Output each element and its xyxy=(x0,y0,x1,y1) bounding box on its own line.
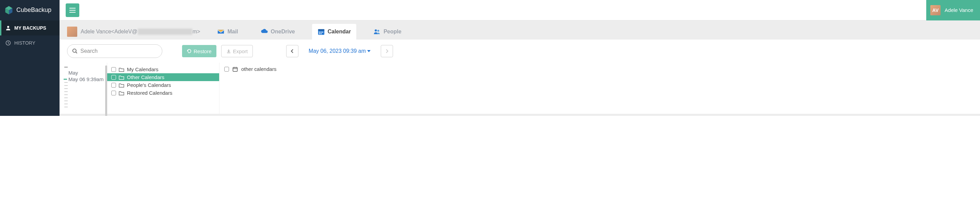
search-input[interactable] xyxy=(80,48,157,54)
export-label: Export xyxy=(233,48,248,54)
user-avatar: AV xyxy=(930,5,940,15)
svg-rect-6 xyxy=(318,29,324,31)
tree-item-label: Other Calendars xyxy=(127,74,164,80)
sidebar: MY BACKUPS HISTORY xyxy=(0,21,60,116)
cube-logo-icon xyxy=(4,5,14,15)
folder-icon xyxy=(119,67,124,72)
checkbox[interactable] xyxy=(111,75,116,80)
svg-point-14 xyxy=(73,49,76,53)
sidebar-item-label: HISTORY xyxy=(14,40,35,46)
restore-icon xyxy=(187,49,192,53)
tree-item[interactable]: My Calendars xyxy=(107,65,219,73)
breadcrumb-email-suffix: m> xyxy=(192,29,200,35)
tab-label: Calendar xyxy=(328,29,351,35)
svg-point-13 xyxy=(377,30,379,32)
calendar-small-icon xyxy=(232,67,238,72)
current-user[interactable]: AV Adele Vance xyxy=(926,0,980,21)
svg-point-12 xyxy=(375,29,377,31)
svg-rect-7 xyxy=(319,32,320,33)
clock-icon xyxy=(5,40,11,46)
tab-calendar[interactable]: Calendar xyxy=(312,24,356,40)
tab-onedrive[interactable]: OneDrive xyxy=(255,24,301,40)
breadcrumb-name: Adele Vance xyxy=(81,29,111,35)
folder-icon xyxy=(119,75,124,80)
breadcrumb-avatar xyxy=(67,27,77,37)
svg-rect-16 xyxy=(233,67,237,72)
tree-item-label: My Calendars xyxy=(127,67,159,72)
tab-label: Mail xyxy=(227,29,238,35)
user-icon xyxy=(5,25,11,31)
checkbox[interactable] xyxy=(111,83,116,88)
tree-item[interactable]: Other Calendars xyxy=(107,73,219,81)
checkbox[interactable] xyxy=(224,67,229,72)
folder-icon xyxy=(119,83,124,88)
restore-button[interactable]: Restore xyxy=(182,45,216,57)
calendar-detail-panel: other calendars xyxy=(220,63,980,114)
timeline-snapshot[interactable]: May 06 9:39am xyxy=(68,76,104,82)
svg-point-3 xyxy=(7,26,9,28)
tree-item-label: People's Calendars xyxy=(127,82,171,88)
snapshot-prev-button[interactable] xyxy=(286,45,298,57)
caret-down-icon xyxy=(367,50,371,52)
timeline-month: May xyxy=(68,70,104,76)
svg-line-15 xyxy=(76,52,77,53)
checkbox[interactable] xyxy=(111,91,116,96)
snapshot-next-button[interactable] xyxy=(381,45,393,57)
tab-label: OneDrive xyxy=(271,29,295,35)
onedrive-icon xyxy=(261,28,268,35)
user-name: Adele Vance xyxy=(945,7,973,13)
sidebar-item-history[interactable]: HISTORY xyxy=(0,35,60,50)
svg-rect-8 xyxy=(321,32,321,33)
tab-people[interactable]: People xyxy=(368,24,407,40)
svg-rect-0 xyxy=(69,8,76,8)
menu-toggle-button[interactable] xyxy=(66,3,79,17)
tab-mail[interactable]: Mail xyxy=(212,24,243,40)
restore-label: Restore xyxy=(194,48,212,54)
calendar-item-label: other calendars xyxy=(241,66,276,72)
snapshot-date-label: May 06, 2023 09:39 am xyxy=(309,48,366,54)
checkbox[interactable] xyxy=(111,67,116,72)
tree-scrollbar[interactable] xyxy=(105,65,107,116)
folder-icon xyxy=(119,91,124,96)
sidebar-item-my-backups[interactable]: MY BACKUPS xyxy=(0,21,60,35)
brand-logo[interactable]: CubeBackup xyxy=(0,0,60,21)
breadcrumb-email-redacted: xxxxxxxxxxxxxxx xyxy=(138,29,192,35)
calendar-folder-tree: My Calendars Other Calendars People's Ca… xyxy=(107,63,220,114)
people-icon xyxy=(373,28,381,35)
search-box[interactable] xyxy=(67,44,162,58)
svg-rect-2 xyxy=(69,12,76,13)
breadcrumb-user: Adele Vance <AdeleV@ xxxxxxxxxxxxxxx m> xyxy=(67,27,200,37)
svg-rect-10 xyxy=(319,34,320,34)
svg-rect-1 xyxy=(69,10,76,11)
snapshot-date-picker[interactable]: May 06, 2023 09:39 am xyxy=(303,48,376,54)
download-icon xyxy=(226,49,231,53)
chevron-left-icon xyxy=(291,49,294,53)
calendar-item[interactable]: other calendars xyxy=(224,66,975,72)
chevron-right-icon xyxy=(385,49,388,53)
tree-item-label: Restored Calendars xyxy=(127,90,172,96)
tab-label: People xyxy=(383,29,401,35)
tree-item[interactable]: People's Calendars xyxy=(107,81,219,89)
mail-icon xyxy=(217,28,224,35)
search-icon xyxy=(72,48,78,54)
breadcrumb-email-prefix: <AdeleV@ xyxy=(111,29,137,35)
sidebar-item-label: MY BACKUPS xyxy=(14,25,46,31)
svg-rect-11 xyxy=(321,34,321,34)
tree-item[interactable]: Restored Calendars xyxy=(107,89,219,97)
timeline-panel: May May 06 9:39am xyxy=(60,63,107,114)
calendar-icon xyxy=(318,28,325,35)
brand-name: CubeBackup xyxy=(16,6,51,14)
hamburger-icon xyxy=(69,8,76,13)
svg-rect-9 xyxy=(322,32,323,33)
export-button[interactable]: Export xyxy=(221,45,253,57)
